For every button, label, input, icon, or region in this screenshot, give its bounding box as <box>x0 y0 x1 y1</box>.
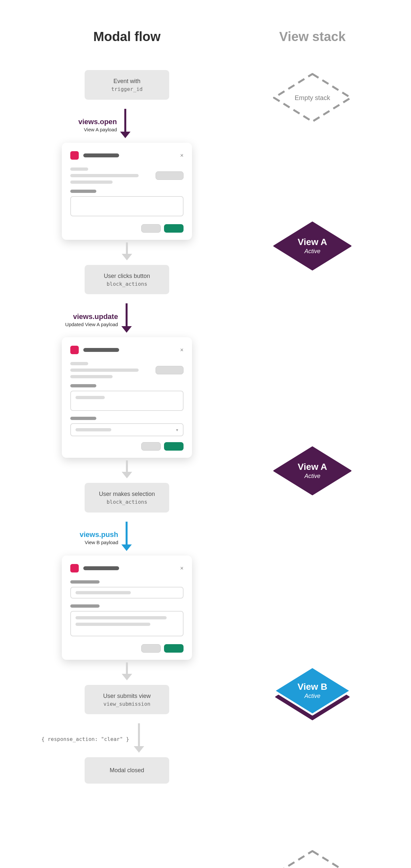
arrow-after-modal-a <box>126 242 128 260</box>
submit-button-placeholder[interactable] <box>164 644 183 653</box>
event-submit-view: User submits view view_submission <box>84 685 169 715</box>
body-row <box>70 362 183 378</box>
textarea-b2[interactable] <box>70 611 183 636</box>
view-stack-column: View stack Empty stack View A Active <box>244 29 381 868</box>
secondary-button-placeholder[interactable] <box>156 366 183 374</box>
api-update-label: views.update Updated View A payload <box>65 312 118 327</box>
modal-header: × <box>70 564 183 572</box>
stack-view-a-caption: View A Active <box>270 218 355 274</box>
api-open-label: views.open View A payload <box>78 118 117 132</box>
stack-view-a-caption: View A Active <box>270 443 355 498</box>
response-action-code: { response_action: "clear" } <box>41 736 129 742</box>
stack-state-view-b-over-a: View B Active <box>270 658 355 723</box>
api-update-name: views.update <box>65 312 118 321</box>
event-code: block_actions <box>106 281 147 287</box>
modal-footer <box>70 442 183 451</box>
close-icon[interactable]: × <box>180 153 183 158</box>
event-click-button: User clicks button block_actions <box>84 265 169 294</box>
stack-view-name: View A <box>298 462 327 472</box>
event-code: trigger_id <box>111 86 142 92</box>
cancel-button-placeholder[interactable] <box>141 644 161 653</box>
modal-b-card: × <box>62 556 192 660</box>
event-title: User clicks button <box>104 273 150 279</box>
arrow-after-modal-b <box>126 662 128 680</box>
event-title: User submits view <box>103 693 151 699</box>
stack-state-view-a-1: View A Active <box>270 218 355 274</box>
stack-view-state: Active <box>304 693 320 700</box>
response-action-row: { response_action: "clear" } <box>39 721 215 757</box>
arrow-push <box>125 522 128 551</box>
stack-state-empty-top: Empty stack <box>270 70 355 125</box>
modal-header: × <box>70 151 183 160</box>
field-label-placeholder <box>70 580 100 584</box>
stack-view-name: View A <box>298 237 327 247</box>
arrow-open <box>124 109 127 138</box>
modal-a-updated-card: × ▾ <box>62 337 192 458</box>
api-push-row: views.push View B payload <box>39 519 215 556</box>
event-trigger-id: Event with trigger_id <box>84 70 169 100</box>
submit-button-placeholder[interactable] <box>164 224 183 232</box>
select-label-placeholder <box>70 417 96 420</box>
body-row <box>70 167 183 184</box>
app-logo <box>70 564 79 572</box>
stack-view-state: Active <box>304 473 320 479</box>
cancel-button-placeholder[interactable] <box>141 442 161 451</box>
text-input-placeholder[interactable] <box>70 196 183 216</box>
cancel-button-placeholder[interactable] <box>141 224 161 232</box>
modal-footer <box>70 224 183 232</box>
event-modal-closed: Modal closed <box>84 757 169 783</box>
text-input-placeholder[interactable] <box>70 391 183 411</box>
event-code: block_actions <box>106 499 147 505</box>
field-label-placeholder <box>70 604 100 608</box>
api-update-sub: Updated View A payload <box>65 321 118 327</box>
api-open-row: views.open View A payload <box>39 106 215 143</box>
stack-view-name: View B <box>298 682 327 692</box>
app-logo <box>70 151 79 160</box>
chevron-down-icon: ▾ <box>176 428 178 432</box>
stack-empty-label: Empty stack <box>270 70 355 125</box>
event-make-selection: User makes selection block_actions <box>84 483 169 513</box>
api-push-sub: View B payload <box>80 539 118 545</box>
stack-state-view-a-2: View A Active <box>270 443 355 498</box>
api-update-row: views.update Updated View A payload <box>39 301 215 337</box>
event-title: Event with <box>113 78 140 84</box>
event-code: view_submission <box>103 701 151 707</box>
arrow-after-modal-a-updated <box>126 460 128 478</box>
api-push-label: views.push View B payload <box>80 530 118 545</box>
stack-view-state: Active <box>304 248 320 255</box>
stack-heading: View stack <box>279 29 346 44</box>
text-input-b1[interactable] <box>70 587 183 598</box>
close-icon[interactable]: × <box>180 565 183 571</box>
field-label-placeholder <box>70 384 96 388</box>
modal-header: × <box>70 346 183 354</box>
modal-title-placeholder <box>83 348 119 352</box>
modal-flow-column: Modal flow Event with trigger_id views.o… <box>39 29 215 868</box>
diagram-root: Modal flow Event with trigger_id views.o… <box>0 0 411 868</box>
app-logo <box>70 346 79 354</box>
modal-title-placeholder <box>83 153 119 157</box>
api-push-name: views.push <box>80 530 118 539</box>
stack-view-b-caption: View B Active <box>270 658 355 723</box>
secondary-button-placeholder[interactable] <box>156 172 183 180</box>
api-open-sub: View A payload <box>78 127 117 132</box>
stack-state-empty-bottom: Empty stack <box>270 847 355 868</box>
event-title: Modal closed <box>110 767 144 774</box>
flow-heading: Modal flow <box>39 29 215 44</box>
close-icon[interactable]: × <box>180 347 183 353</box>
stack-empty-label: Empty stack <box>270 847 355 868</box>
modal-a-card: × <box>62 143 192 240</box>
modal-footer <box>70 644 183 653</box>
arrow-update <box>125 303 128 333</box>
event-title: User makes selection <box>99 491 155 497</box>
arrow-clear <box>138 723 140 753</box>
modal-title-placeholder <box>83 566 119 570</box>
api-open-name: views.open <box>78 118 117 126</box>
submit-button-placeholder[interactable] <box>164 442 183 451</box>
select-input-placeholder[interactable]: ▾ <box>70 423 183 436</box>
field-label-placeholder <box>70 190 96 193</box>
